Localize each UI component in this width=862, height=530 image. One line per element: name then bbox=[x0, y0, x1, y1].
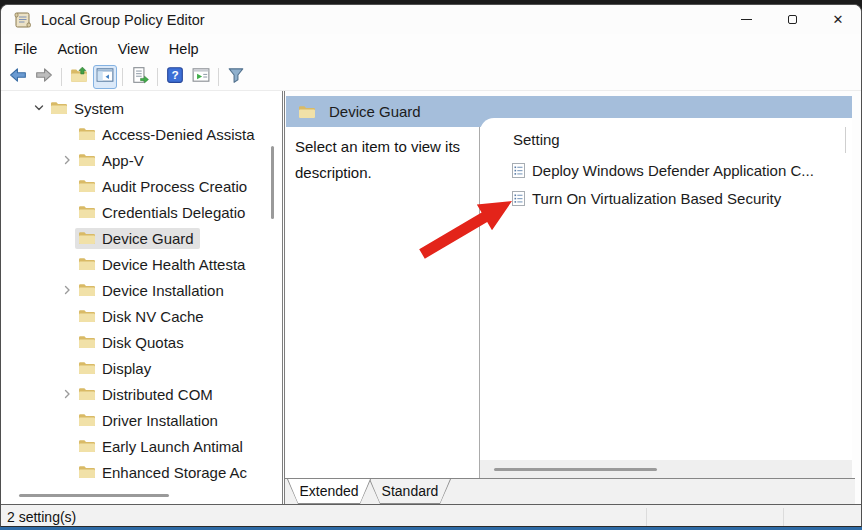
chevron-placeholder bbox=[59, 230, 75, 246]
tree-item-enhanced-storage-ac[interactable]: Enhanced Storage Ac bbox=[75, 462, 253, 483]
folder-icon bbox=[78, 231, 96, 245]
tree-row: Device Guard bbox=[1, 225, 282, 251]
chevron-placeholder bbox=[59, 126, 75, 142]
menu-file[interactable]: File bbox=[4, 38, 47, 60]
tree-row: App-V bbox=[1, 147, 282, 173]
tree-horizontal-scrollbar[interactable] bbox=[19, 494, 169, 497]
tree-row: Access-Denied Assista bbox=[1, 121, 282, 147]
folder-icon bbox=[298, 105, 316, 119]
status-bar: 2 setting(s) bbox=[1, 504, 861, 527]
tree-item-label: Enhanced Storage Ac bbox=[102, 464, 247, 481]
tree-item-audit-process-creatio[interactable]: Audit Process Creatio bbox=[75, 176, 253, 197]
tree-item-disk-quotas[interactable]: Disk Quotas bbox=[75, 332, 190, 353]
folder-icon bbox=[78, 127, 96, 141]
back-button[interactable] bbox=[6, 65, 30, 89]
view-tab-strip: Extended Standard bbox=[285, 478, 855, 504]
tree-item-label: Credentials Delegatio bbox=[102, 204, 245, 221]
show-window-button[interactable] bbox=[189, 65, 213, 89]
chevron-right-icon[interactable] bbox=[59, 152, 75, 168]
tree-row: Driver Installation bbox=[1, 407, 282, 433]
chevron-right-icon[interactable] bbox=[59, 282, 75, 298]
close-button[interactable]: ✕ bbox=[815, 5, 861, 34]
tree-item-label: Device Installation bbox=[102, 282, 224, 299]
menu-action[interactable]: Action bbox=[47, 38, 107, 60]
close-icon: ✕ bbox=[833, 13, 844, 26]
filter-button[interactable] bbox=[224, 65, 248, 89]
minimize-icon bbox=[741, 19, 752, 20]
menu-help[interactable]: Help bbox=[159, 38, 209, 60]
forward-button[interactable] bbox=[32, 65, 56, 89]
chevron-placeholder bbox=[59, 438, 75, 454]
console-tree-pane: SystemAccess-Denied AssistaApp-VAudit Pr… bbox=[1, 91, 283, 504]
window-title: Local Group Policy Editor bbox=[41, 12, 205, 28]
forward-arrow-icon bbox=[35, 66, 53, 88]
tree-item-label: System bbox=[74, 100, 124, 117]
help-button[interactable]: ? bbox=[163, 65, 187, 89]
chevron-placeholder bbox=[59, 464, 75, 480]
setting-item-label: Deploy Windows Defender Application C... bbox=[532, 162, 814, 179]
tab-extended[interactable]: Extended bbox=[287, 479, 371, 504]
folder-icon bbox=[50, 101, 68, 115]
tree-item-driver-installation[interactable]: Driver Installation bbox=[75, 410, 224, 431]
tree-vertical-scrollbar[interactable] bbox=[271, 146, 274, 219]
tree-row: Credentials Delegatio bbox=[1, 199, 282, 225]
tree-row: Early Launch Antimal bbox=[1, 433, 282, 459]
description-text: Select an item to view its description. bbox=[295, 134, 475, 186]
setting-column-header[interactable]: Setting bbox=[513, 131, 560, 148]
tab-standard[interactable]: Standard bbox=[369, 479, 451, 504]
folder-icon bbox=[78, 179, 96, 193]
toolbar-separator bbox=[61, 68, 62, 86]
column-divider[interactable] bbox=[845, 127, 846, 153]
chevron-right-icon[interactable] bbox=[59, 386, 75, 402]
details-pane-title: Device Guard bbox=[329, 103, 421, 120]
folder-icon bbox=[78, 361, 96, 375]
tree-row: Distributed COM bbox=[1, 381, 282, 407]
tree-item-label: Disk Quotas bbox=[102, 334, 184, 351]
tree-row: Display bbox=[1, 355, 282, 381]
status-separator bbox=[646, 508, 647, 526]
folder-icon bbox=[78, 387, 96, 401]
title-bar: Local Group Policy Editor ✕ bbox=[1, 5, 861, 34]
policy-setting-icon bbox=[512, 163, 525, 178]
svg-text:?: ? bbox=[171, 68, 178, 82]
tree-row: Enhanced Storage Ac bbox=[1, 459, 282, 485]
tree-item-disk-nv-cache[interactable]: Disk NV Cache bbox=[75, 306, 210, 327]
export-list-button[interactable] bbox=[128, 65, 152, 89]
content-area: SystemAccess-Denied AssistaApp-VAudit Pr… bbox=[1, 91, 861, 504]
chevron-down-icon[interactable] bbox=[31, 100, 47, 116]
tree-item-distributed-com[interactable]: Distributed COM bbox=[75, 384, 219, 405]
menu-view[interactable]: View bbox=[108, 38, 159, 60]
list-horizontal-scrollbar[interactable] bbox=[494, 468, 657, 471]
tree-item-credentials-delegatio[interactable]: Credentials Delegatio bbox=[75, 202, 251, 223]
chevron-placeholder bbox=[59, 360, 75, 376]
folder-icon bbox=[78, 413, 96, 427]
tree-item-label: Audit Process Creatio bbox=[102, 178, 247, 195]
chevron-placeholder bbox=[59, 412, 75, 428]
tree-item-label: Device Health Attesta bbox=[102, 256, 245, 273]
tree-item-device-health-attesta[interactable]: Device Health Attesta bbox=[75, 254, 251, 275]
tree-item-device-installation[interactable]: Device Installation bbox=[75, 280, 230, 301]
chevron-placeholder bbox=[59, 204, 75, 220]
tree-item-system[interactable]: System bbox=[47, 98, 130, 119]
tree-item-label: Driver Installation bbox=[102, 412, 218, 429]
setting-item-deploy-windows-defender-application-c[interactable]: Deploy Windows Defender Application C... bbox=[480, 156, 852, 184]
minimize-button[interactable] bbox=[723, 5, 769, 34]
tab-standard-label: Standard bbox=[370, 479, 450, 503]
tree-item-access-denied-assista[interactable]: Access-Denied Assista bbox=[75, 124, 261, 145]
tree-item-device-guard[interactable]: Device Guard bbox=[75, 228, 200, 249]
show-window-icon bbox=[192, 66, 210, 88]
window-controls: ✕ bbox=[723, 5, 861, 34]
tree-item-early-launch-antimal[interactable]: Early Launch Antimal bbox=[75, 436, 249, 457]
show-hide-console-tree-button[interactable] bbox=[93, 65, 117, 89]
console-tree-icon bbox=[96, 66, 114, 88]
folder-icon bbox=[78, 283, 96, 297]
tree-item-display[interactable]: Display bbox=[75, 358, 157, 379]
maximize-button[interactable] bbox=[769, 5, 815, 34]
tree-item-app-v[interactable]: App-V bbox=[75, 150, 150, 171]
settings-list-panel: Setting Deploy Windows Defender Applicat… bbox=[480, 118, 852, 478]
status-text: 2 setting(s) bbox=[7, 509, 76, 525]
chevron-placeholder bbox=[59, 256, 75, 272]
folder-icon bbox=[78, 257, 96, 271]
up-one-level-button[interactable] bbox=[67, 65, 91, 89]
setting-item-turn-on-virtualization-based-security[interactable]: Turn On Virtualization Based Security bbox=[480, 184, 852, 212]
